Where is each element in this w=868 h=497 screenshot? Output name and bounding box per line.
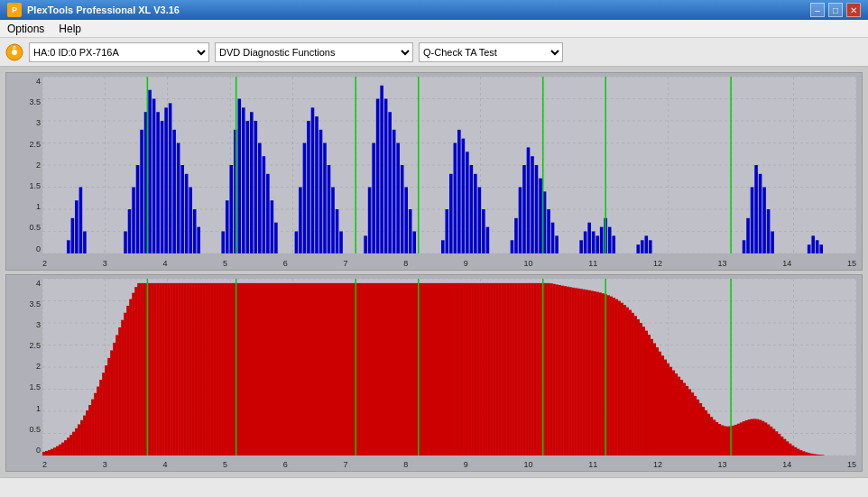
- top-chart-container: 4 3.5 3 2.5 2 1.5 1 0.5 0 2 3 4 5 6 7 8 …: [5, 72, 863, 271]
- bottom-chart-container: 4 3.5 3 2.5 2 1.5 1 0.5 0 2 3 4 5 6 7 8 …: [5, 274, 863, 473]
- menu-help[interactable]: Help: [55, 23, 85, 35]
- main-content: 4 3.5 3 2.5 2 1.5 1 0.5 0 2 3 4 5 6 7 8 …: [0, 67, 868, 477]
- top-chart-area: [42, 77, 856, 253]
- window-controls[interactable]: – □ ✕: [810, 3, 861, 17]
- menu-bar: Options Help: [0, 20, 868, 38]
- bottom-chart-canvas: [42, 279, 856, 456]
- top-chart-y-axis: 4 3.5 3 2.5 2 1.5 1 0.5 0: [8, 77, 41, 253]
- top-chart-canvas: [42, 77, 856, 253]
- minimize-button[interactable]: –: [810, 3, 825, 17]
- bottom-chart-area: [42, 279, 856, 456]
- bottom-chart-y-axis: 4 3.5 3 2.5 2 1.5 1 0.5 0: [8, 279, 41, 456]
- title-bar: P PlexTools Professional XL V3.16 – □ ✕: [0, 0, 868, 20]
- bottom-panel: Jitter: 1 Peak Shift:: [0, 477, 868, 497]
- drive-icon: P: [5, 43, 23, 61]
- close-button[interactable]: ✕: [846, 3, 861, 17]
- function-selector[interactable]: DVD Diagnostic Functions: [215, 42, 413, 62]
- bottom-chart-x-axis: 2 3 4 5 6 7 8 9 10 11 12 13 14 15: [42, 460, 856, 469]
- app-icon: P: [7, 3, 22, 17]
- drive-selector[interactable]: HA:0 ID:0 PX-716A: [29, 42, 209, 62]
- top-chart-x-axis: 2 3 4 5 6 7 8 9 10 11 12 13 14 15: [42, 259, 856, 268]
- maximize-button[interactable]: □: [828, 3, 843, 17]
- menu-options[interactable]: Options: [4, 23, 48, 35]
- window-title: PlexTools Professional XL V3.16: [27, 5, 180, 15]
- toolbar: P HA:0 ID:0 PX-716A DVD Diagnostic Funct…: [0, 38, 868, 67]
- test-selector[interactable]: Q-Check TA Test: [419, 42, 563, 62]
